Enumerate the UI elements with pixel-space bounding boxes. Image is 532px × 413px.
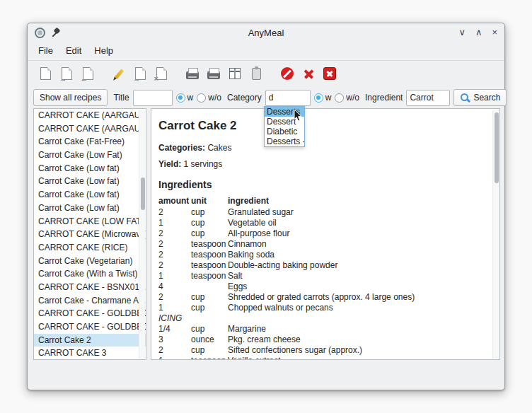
category-with-radio[interactable] [314, 93, 323, 103]
category-suggestion-item[interactable]: Desserts - [265, 136, 304, 146]
search-button[interactable]: Search [453, 89, 507, 106]
recipe-list-item[interactable]: CARROT CAKE (AARGAU) [34, 109, 146, 122]
recipe-title: Carrot Cake 2 [158, 119, 490, 133]
recipe-list-scrollbar-thumb[interactable] [141, 178, 145, 210]
ingredient-amount: 1 [158, 303, 191, 313]
ingredients-table: amount unit ingredient 2cupGranulated su… [158, 195, 490, 360]
menu-edit[interactable]: Edit [59, 43, 88, 58]
recipe-list-item[interactable]: CARROT CAKE (RICE) [34, 241, 146, 255]
ingredient-ingredient: All-purpose flour [228, 228, 490, 239]
ingredient-amount: 1 [158, 356, 191, 360]
ingredient-unit: cup [191, 345, 228, 356]
ingredient-amount: 2 [158, 345, 191, 356]
anymeal-window: AnyMeal ∨ ∧ × File Edit Help →←→× Show a… [27, 23, 505, 390]
recipe-list-item[interactable]: Carrot Cake (Low fat) [34, 175, 146, 188]
search-icon [460, 93, 470, 103]
ingredient-unit: cup [191, 292, 228, 303]
database-table-icon[interactable] [226, 64, 244, 83]
ingredient-ingredient: Cinnamon [228, 239, 490, 250]
stop-icon[interactable] [278, 64, 296, 83]
clipboard-icon[interactable] [247, 64, 265, 83]
recipe-detail: Carrot Cake 2 Categories: Cakes Yield: 1… [151, 108, 500, 360]
recipe-list-scrollbar[interactable] [139, 110, 145, 359]
ingredients-heading: Ingredients [158, 179, 490, 190]
ingredient-unit: teaspoon [191, 271, 228, 281]
ingredient-ingredient: Salt [228, 271, 490, 281]
ingredient-ingredient: Vanilla extract [228, 356, 490, 360]
import-recipes-icon[interactable]: → [57, 64, 76, 83]
ingredient-amount: 2 [158, 228, 191, 239]
ingredient-amount: 2 [158, 250, 191, 260]
ingredient-amount: 3 [158, 335, 191, 345]
maximize-button[interactable]: ∧ [475, 28, 482, 37]
ingredient-unit: cup [191, 228, 228, 239]
menu-help[interactable]: Help [88, 43, 120, 58]
recipe-yield: Yield: 1 servings [158, 159, 490, 169]
category-without-radio[interactable] [335, 93, 344, 103]
ingredients-header-amount: amount [158, 195, 191, 207]
recipe-list-item[interactable]: Carrot Cake 2 [34, 334, 146, 347]
toolbar: →←→× [28, 61, 504, 86]
recipe-list-item[interactable]: CARROT CAKE - GOLDBECK [34, 320, 146, 334]
ingredient-filter-input[interactable] [406, 90, 450, 106]
quit-icon[interactable] [320, 64, 339, 83]
export-recipes-icon[interactable]: ← [79, 64, 97, 83]
new-recipe-icon[interactable] [36, 64, 54, 83]
titlebar[interactable]: AnyMeal ∨ ∧ × [28, 23, 504, 42]
ingredient-ingredient: Baking soda [228, 250, 490, 260]
ingredient-section-label: ICING [158, 313, 490, 324]
ingredient-amount: 2 [158, 207, 191, 218]
recipe-list-item[interactable]: Carrot Cake - Charmane An... [34, 294, 146, 308]
ingredient-unit [191, 281, 228, 292]
category-with-label: w [325, 93, 332, 103]
recipe-detail-scrollbar[interactable] [492, 110, 499, 359]
recipe-list: CARROT CAKE (AARGAU)CARROT CAKE (AARGAU)… [33, 108, 146, 360]
title-without-radio[interactable] [197, 93, 206, 103]
ingredient-amount: 4 [158, 281, 191, 292]
recipe-list-item[interactable]: Carrot Cake (Low fat) [34, 202, 146, 215]
delete-recipe-icon[interactable]: × [152, 64, 170, 83]
export-recipe-icon[interactable]: → [131, 64, 149, 83]
recipe-list-item[interactable]: Carrot Cake (Vegetarian) [34, 255, 146, 268]
title-with-label: w [187, 93, 194, 103]
mouse-cursor [294, 109, 303, 122]
recipe-list-item[interactable]: Carrot Cake (Low fat) [34, 162, 146, 175]
title-without-label: w/o [208, 93, 221, 103]
recipe-detail-scrollbar-thumb[interactable] [495, 112, 499, 183]
recipe-list-item[interactable]: CARROT CAKE (Microwave) [34, 228, 146, 241]
ingredient-unit: teaspoon [191, 239, 228, 250]
ingredient-unit: teaspoon [191, 260, 228, 271]
title-filter-input[interactable] [133, 90, 173, 106]
ingredient-unit: cup [191, 324, 228, 335]
edit-recipe-icon[interactable] [110, 64, 128, 83]
ingredient-amount: 1 [158, 218, 191, 228]
recipe-list-item[interactable]: Carrot Cake (Low fat) [34, 188, 146, 202]
recipe-list-item[interactable]: CARROT CAKE - GOLDBECK [34, 307, 146, 320]
search-button-label: Search [473, 93, 500, 103]
print-preview-icon[interactable] [204, 64, 223, 83]
category-suggestion-item[interactable]: Diabetic [265, 127, 304, 136]
title-with-radio[interactable] [176, 93, 185, 103]
category-filter-input[interactable] [265, 90, 311, 106]
recipe-list-item[interactable]: CARROT CAKE (LOW FAT) [34, 215, 146, 228]
delete-icon[interactable] [299, 64, 318, 83]
yield-label: Yield: [158, 159, 181, 169]
recipe-list-item[interactable]: CARROT CAKE (AARGAU) [34, 122, 146, 136]
categories-value: Cakes [207, 143, 231, 153]
minimize-button[interactable]: ∨ [458, 28, 466, 37]
close-button[interactable]: × [492, 28, 497, 37]
recipe-list-item[interactable]: Carrot Cake (Low Fat) [34, 149, 146, 162]
recipe-list-item[interactable]: CARROT CAKE - BSNX01A [34, 281, 146, 294]
ingredient-unit: cup [191, 207, 228, 218]
recipe-list-item[interactable]: Carrot Cake (Fat-Free) [34, 135, 146, 149]
ingredient-amount: 2 [158, 292, 191, 303]
recipe-list-item[interactable]: Carrot Cake (With a Twist) [34, 267, 146, 281]
ingredient-amount: 2 [158, 260, 191, 271]
print-icon[interactable] [183, 64, 202, 83]
menu-file[interactable]: File [32, 43, 59, 58]
window-title: AnyMeal [28, 28, 504, 38]
recipe-list-item[interactable]: CARROT CAKE 3 [34, 347, 146, 360]
desktop: { "window": { "title": "AnyMeal", "minim… [0, 0, 532, 413]
categories-label: Categories: [158, 143, 205, 153]
show-all-recipes-button[interactable]: Show all recipes [33, 89, 108, 106]
